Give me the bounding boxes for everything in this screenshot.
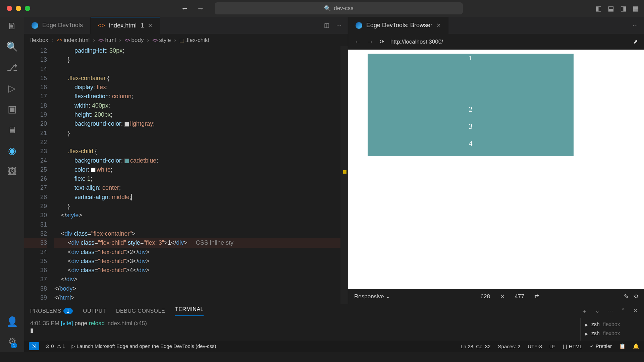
- rendered-flex-child: 3: [368, 122, 574, 139]
- status-launch[interactable]: ▷ Launch Microsoft Edge and open the Edg…: [71, 343, 216, 349]
- crumb[interactable]: flexbox: [30, 37, 48, 44]
- maximize-window[interactable]: [25, 6, 30, 11]
- rendered-flex-child: 2: [368, 105, 574, 122]
- html-icon: <>: [98, 22, 105, 29]
- remote-explorer-icon[interactable]: 🖥: [6, 124, 18, 135]
- rendered-flex-child: 1: [368, 54, 574, 105]
- crumb[interactable]: style: [159, 37, 171, 44]
- rotate-icon[interactable]: ⇄: [534, 293, 539, 300]
- panel-left-icon[interactable]: ◧: [595, 4, 602, 12]
- preview-tab-actions: ⋯: [632, 17, 644, 34]
- minimize-window[interactable]: [16, 6, 21, 11]
- terminal-list-item[interactable]: ▸zshflexbox: [583, 320, 642, 329]
- terminal-list-item[interactable]: ▸zshflexbox: [583, 329, 642, 338]
- settings-icon[interactable]: ⚙1: [6, 336, 18, 347]
- back-icon[interactable]: ←: [181, 4, 189, 13]
- breadcrumbs[interactable]: flexbox› <> index.html› <> html› <> body…: [24, 34, 348, 46]
- panel-bottom-icon[interactable]: ⬓: [608, 4, 614, 12]
- status-bar: ⇲ ⊘ 0 ⚠ 1 ▷ Launch Microsoft Edge and op…: [24, 341, 644, 352]
- status-encoding[interactable]: UTF-8: [528, 344, 542, 349]
- device-toolbar: Responsive ⌄ ✕ ⇄ ✎ ⟲: [348, 289, 644, 304]
- panel-tab-debug[interactable]: DEBUG CONSOLE: [116, 308, 165, 314]
- panel-tab-terminal[interactable]: TERMINAL: [175, 306, 204, 316]
- crumb[interactable]: html: [105, 37, 116, 44]
- activity-bar: 🗎 🔍 ⎇ ▷ ▣ 🖥 ◉ 🖼 👤 ⚙1: [0, 17, 24, 352]
- terminal-output[interactable]: 4:01:35 PM [vite] page reload index.html…: [24, 318, 580, 341]
- forward-icon[interactable]: →: [367, 38, 374, 46]
- search-icon[interactable]: 🔍: [6, 41, 18, 52]
- minimap-warning: [343, 170, 346, 174]
- dimension-x: ✕: [500, 293, 505, 300]
- terminal-cursor: ▮: [30, 327, 574, 334]
- split-editor-icon[interactable]: ◫: [324, 22, 329, 29]
- edge-devtools-icon[interactable]: ◉: [6, 145, 18, 156]
- html-icon: <>: [57, 38, 62, 43]
- viewport-height-input[interactable]: [509, 293, 530, 300]
- more-icon[interactable]: ⋯: [632, 22, 638, 29]
- split-terminal-icon[interactable]: ⌄: [595, 307, 600, 315]
- layout-controls: ◧ ⬓ ◨ ▦: [595, 4, 639, 12]
- browser-viewport[interactable]: 1 2 3 4: [348, 50, 644, 289]
- account-icon[interactable]: 👤: [6, 316, 18, 327]
- element-icon: <>: [152, 38, 158, 43]
- more-icon[interactable]: ⋯: [607, 307, 613, 315]
- tab-label: index.html: [109, 22, 137, 29]
- close-icon[interactable]: ✕: [436, 22, 441, 28]
- refresh-icon[interactable]: ⟲: [633, 293, 638, 300]
- device-selector[interactable]: Responsive ⌄: [354, 293, 390, 300]
- layout-grid-icon[interactable]: ▦: [633, 4, 639, 12]
- window-controls: [0, 6, 30, 11]
- element-icon: <>: [98, 38, 104, 43]
- url-text[interactable]: http://localhost:3000/: [390, 39, 627, 45]
- tab-edge-devtools[interactable]: Edge DevTools: [24, 17, 91, 34]
- status-cursor-pos[interactable]: Ln 28, Col 32: [461, 344, 490, 349]
- edge-icon: [356, 22, 362, 29]
- source-control-icon[interactable]: ⎇: [6, 62, 18, 73]
- status-spaces[interactable]: Spaces: 2: [498, 344, 521, 349]
- status-language[interactable]: { } HTML: [562, 344, 582, 349]
- editor-column: Edge DevTools <> index.html 1 ✕ ◫ ⋯ flex…: [24, 17, 348, 304]
- close-window[interactable]: [7, 6, 12, 11]
- command-center[interactable]: 🔍 dev-css: [215, 2, 463, 14]
- status-feedback-icon[interactable]: 📋: [619, 343, 626, 349]
- crumb[interactable]: index.html: [64, 37, 90, 44]
- crumb[interactable]: body: [131, 37, 144, 44]
- code-content[interactable]: padding-left: 30px; } .flex-container { …: [54, 46, 348, 304]
- image-icon[interactable]: 🖼: [6, 166, 18, 177]
- status-bell-icon[interactable]: 🔔: [633, 343, 639, 349]
- edit-icon[interactable]: ✎: [624, 293, 629, 300]
- panel-tab-problems[interactable]: PROBLEMS1: [30, 308, 73, 314]
- settings-badge: 1: [11, 343, 17, 348]
- minimap[interactable]: [340, 46, 348, 304]
- reload-icon[interactable]: ⟳: [380, 38, 384, 45]
- inspect-icon[interactable]: ⬈: [633, 38, 638, 45]
- tab-browser[interactable]: Edge DevTools: Browser ✕: [348, 17, 448, 34]
- code-editor[interactable]: 1213141516171819202122232425262728293031…: [24, 46, 348, 304]
- run-debug-icon[interactable]: ▷: [6, 82, 18, 94]
- close-icon[interactable]: ✕: [148, 22, 152, 29]
- forward-icon[interactable]: →: [197, 4, 204, 13]
- search-icon: 🔍: [324, 5, 331, 12]
- panel-right-icon[interactable]: ◨: [620, 4, 627, 12]
- extensions-icon[interactable]: ▣: [6, 103, 18, 115]
- remote-indicator[interactable]: ⇲: [29, 342, 39, 350]
- status-errors[interactable]: ⊘ 0 ⚠ 1: [45, 343, 65, 349]
- close-panel-icon[interactable]: ✕: [633, 307, 638, 315]
- nav-arrows: ← →: [181, 4, 204, 13]
- panel-tabs: PROBLEMS1 OUTPUT DEBUG CONSOLE TERMINAL …: [24, 304, 644, 318]
- terminal[interactable]: 4:01:35 PM [vite] page reload index.html…: [24, 318, 644, 341]
- status-eol[interactable]: LF: [549, 344, 555, 349]
- rendered-flex-child: 4: [368, 139, 574, 156]
- back-icon[interactable]: ←: [354, 38, 361, 46]
- new-terminal-icon[interactable]: ＋: [581, 307, 587, 315]
- crumb[interactable]: .flex-child: [185, 37, 209, 44]
- more-icon[interactable]: ⋯: [336, 22, 342, 29]
- panel-actions: ＋ ⌄ ⋯ ⌃ ✕: [581, 307, 638, 315]
- tab-index-html[interactable]: <> index.html 1 ✕: [91, 17, 160, 34]
- maximize-panel-icon[interactable]: ⌃: [621, 307, 626, 315]
- element-icon: <>: [124, 38, 130, 43]
- viewport-width-input[interactable]: [475, 293, 495, 300]
- status-prettier[interactable]: ✓ Prettier: [590, 343, 612, 349]
- explorer-icon[interactable]: 🗎: [6, 20, 18, 32]
- panel-tab-output[interactable]: OUTPUT: [83, 308, 106, 314]
